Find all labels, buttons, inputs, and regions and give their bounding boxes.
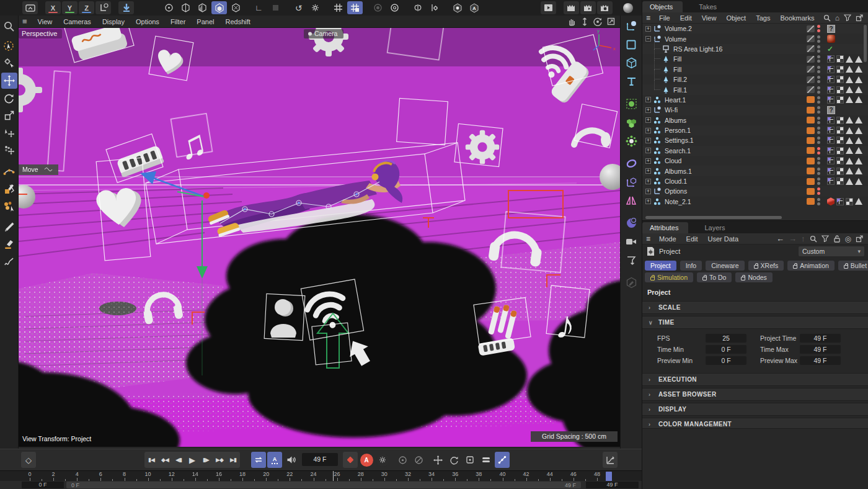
- field-time-min[interactable]: 0 F: [706, 345, 746, 354]
- object-row-volume-2[interactable]: +Volume.2?: [642, 24, 868, 34]
- tag-tri-icon[interactable]: [855, 168, 862, 174]
- edit-toggle-icon[interactable]: [807, 76, 815, 83]
- edit-toggle-icon[interactable]: [807, 35, 815, 42]
- key-scale-icon[interactable]: [411, 452, 426, 468]
- object-row-wi-fi[interactable]: +Wi-fi?: [642, 105, 868, 115]
- attr-tab-simulation[interactable]: Simulation: [645, 272, 693, 282]
- scale-tool[interactable]: [1, 107, 17, 123]
- visibility-dots[interactable]: [817, 127, 821, 134]
- add-instance-button[interactable]: [622, 174, 640, 191]
- attr-tab-animation[interactable]: Animation: [787, 261, 835, 271]
- axis-z-button[interactable]: Z: [79, 1, 94, 14]
- playhead[interactable]: [606, 472, 612, 482]
- axis-x-button[interactable]: X: [45, 1, 61, 14]
- drop-to-floor-button[interactable]: [118, 1, 134, 14]
- tag-tri-icon[interactable]: [846, 127, 853, 134]
- tag-icons[interactable]: [827, 168, 868, 175]
- tag-tri-icon[interactable]: [855, 158, 862, 164]
- visibility-dots[interactable]: [817, 106, 821, 114]
- tag-flag-icon[interactable]: [827, 137, 835, 144]
- key-layers-icon[interactable]: [479, 452, 494, 468]
- snap-grid-icon[interactable]: [347, 1, 363, 14]
- edit-toggle-icon[interactable]: [807, 66, 815, 73]
- view-label[interactable]: Perspective: [19, 29, 62, 38]
- spline-pen-tool[interactable]: [1, 163, 17, 179]
- visibility-dots[interactable]: [817, 117, 821, 124]
- tag-tri-icon[interactable]: [855, 127, 862, 134]
- tag-tri-icon[interactable]: [846, 168, 853, 174]
- layer-color-chip[interactable]: [807, 127, 815, 134]
- attr-tab-cineware[interactable]: Cineware: [706, 261, 744, 271]
- tag-checker-icon[interactable]: [846, 198, 853, 205]
- maximize-view-icon[interactable]: [607, 17, 615, 25]
- symmetry-icon[interactable]: [410, 1, 425, 14]
- rotate-tool[interactable]: [1, 90, 17, 106]
- key-move-icon[interactable]: [430, 452, 445, 468]
- material-sphere-icon[interactable]: [620, 1, 636, 14]
- visibility-dots[interactable]: [817, 86, 821, 94]
- layer-color-chip[interactable]: [807, 188, 815, 195]
- preview-range-bar[interactable]: 0 F 49 F: [66, 482, 581, 488]
- tag-icons[interactable]: [827, 127, 868, 134]
- tag-tri-icon[interactable]: [855, 86, 862, 93]
- object-row-search-1[interactable]: +Search.1: [642, 146, 868, 156]
- edit-material-button-disabled[interactable]: [622, 274, 640, 291]
- edit-toggle-icon[interactable]: [807, 86, 815, 93]
- objects-menu-tags[interactable]: Tags: [751, 14, 775, 22]
- objects-hscrollbar[interactable]: [645, 216, 782, 219]
- object-row-fill-2[interactable]: +Fill.2: [642, 74, 868, 84]
- autokey-frames-button[interactable]: A: [267, 452, 282, 468]
- plane-lock-icon[interactable]: [268, 1, 283, 14]
- viewport-search-icon[interactable]: [1, 17, 17, 37]
- tag-icons[interactable]: [827, 197, 868, 205]
- tag-icons[interactable]: [827, 76, 868, 83]
- model-mode-icon[interactable]: [161, 1, 177, 14]
- tag-tri-icon[interactable]: [846, 117, 853, 123]
- render-to-pv-button[interactable]: [564, 1, 579, 14]
- edit-toggle-icon[interactable]: [807, 25, 815, 32]
- attributes-popout-icon[interactable]: [856, 235, 863, 243]
- objects-menu-bookmarks[interactable]: Bookmarks: [775, 14, 819, 22]
- tag-checker-icon[interactable]: [836, 86, 844, 94]
- tag-tri-icon[interactable]: [855, 56, 862, 63]
- render-view-button[interactable]: [541, 1, 556, 14]
- grid-icon[interactable]: [330, 1, 346, 14]
- attr-tab-xrefs[interactable]: XRefs: [748, 261, 784, 271]
- attributes-target-icon[interactable]: ◎: [845, 235, 851, 243]
- history-back-icon[interactable]: ←: [776, 234, 784, 243]
- layer-color-chip[interactable]: [807, 168, 815, 174]
- tag-checker-icon[interactable]: [836, 55, 844, 63]
- scene-gear-right[interactable]: [466, 130, 499, 164]
- keyframe-settings-button[interactable]: [375, 452, 390, 468]
- tag-checker-icon[interactable]: [836, 76, 844, 83]
- layer-color-chip[interactable]: [807, 96, 815, 103]
- expander-icon[interactable]: −: [645, 36, 651, 42]
- camera-label[interactable]: Camera: [304, 29, 343, 38]
- expander-icon[interactable]: +: [645, 107, 651, 113]
- next-key-button[interactable]: ▶◆: [213, 452, 226, 468]
- tag-icons[interactable]: [827, 35, 868, 43]
- viewport-menu-icon[interactable]: ≡: [22, 17, 27, 26]
- viewport-menu-redshift[interactable]: Redshift: [219, 17, 255, 27]
- axis-y-button[interactable]: Y: [62, 1, 78, 14]
- tag-tri-icon[interactable]: [855, 137, 862, 144]
- tag-icons[interactable]: [827, 55, 868, 63]
- tag-q-icon[interactable]: ?: [827, 25, 835, 33]
- goto-end-button[interactable]: ▶▮: [226, 452, 240, 468]
- tag-tri-icon[interactable]: [846, 178, 853, 185]
- add-field-button[interactable]: [622, 133, 640, 150]
- attributes-menu-mode[interactable]: Mode: [654, 235, 681, 243]
- preset-dropdown[interactable]: Custom: [799, 246, 864, 256]
- visibility-dots[interactable]: [817, 137, 821, 144]
- expander-icon[interactable]: +: [645, 26, 651, 32]
- visibility-dots[interactable]: [817, 25, 821, 32]
- group-header-asset-browser[interactable]: ›ASSET BROWSER: [642, 388, 868, 401]
- workplane-mode-icon[interactable]: [195, 1, 210, 14]
- expander-icon[interactable]: +: [645, 97, 651, 102]
- tab-objects[interactable]: Objects: [642, 1, 683, 12]
- tag-icons[interactable]: [827, 66, 868, 73]
- key-pla-button[interactable]: [495, 452, 510, 468]
- tag-tri-icon[interactable]: [855, 198, 862, 205]
- tag-flag-icon[interactable]: [827, 127, 835, 134]
- dolly-view-icon[interactable]: [581, 17, 588, 26]
